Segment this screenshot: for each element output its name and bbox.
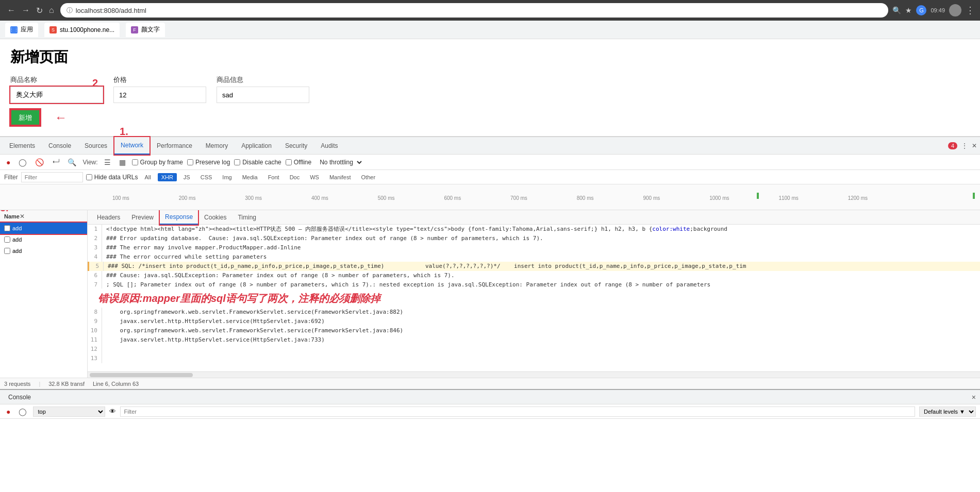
line-num-8: 8 [88, 308, 102, 317]
request-item-1[interactable]: add [0, 234, 87, 245]
tab-console[interactable]: Console [42, 137, 77, 155]
response-line-9: 9 javax.servlet.http.HttpServlet.service… [88, 317, 980, 326]
filter-img[interactable]: Img [219, 173, 235, 181]
reload-button[interactable]: ↻ [34, 4, 45, 18]
tab-apps[interactable]: ⋮⋮ 应用 [5, 23, 38, 37]
zoom-icon[interactable]: 🔍 [892, 6, 901, 14]
eye-icon[interactable]: 👁 [109, 408, 116, 415]
filter-ws[interactable]: WS [306, 173, 323, 181]
profile-icon[interactable] [949, 4, 961, 16]
filter-manifest[interactable]: Manifest [326, 173, 355, 181]
filter-input[interactable] [21, 172, 83, 182]
tab-stu[interactable]: S stu.1000phone.ne... [44, 23, 120, 37]
h-scrollbar-thumb[interactable] [90, 373, 193, 377]
filter-button[interactable]: ⮠ [50, 157, 61, 167]
response-line-10: 10 org.springframework.web.servlet.Frame… [88, 326, 980, 335]
hide-data-urls-label[interactable]: Hide data URLs [86, 174, 138, 181]
response-line-1: 1 <!doctype html><html lang="zh"><head><… [88, 225, 980, 234]
info-group: 商品信息 [217, 75, 309, 103]
tab-label-apps: 应用 [21, 25, 33, 34]
console-filter-input[interactable] [120, 406, 915, 417]
request-checkbox-1[interactable] [4, 236, 10, 243]
record-button[interactable]: ● [4, 157, 12, 167]
request-item-0[interactable]: add [0, 223, 87, 234]
close-request-pane[interactable]: ✕ [20, 213, 25, 220]
back-button[interactable]: ← [5, 4, 18, 17]
filter-all[interactable]: All [141, 173, 154, 181]
stop-button[interactable]: ◯ [16, 157, 29, 167]
response-tab-headers[interactable]: Headers [92, 210, 125, 225]
response-tab-timing[interactable]: Timing [232, 210, 261, 225]
console-record-btn[interactable]: ● [4, 406, 12, 417]
marker-100: 100 ms [112, 195, 129, 201]
filter-doc[interactable]: Doc [286, 173, 304, 181]
list-view-btn[interactable]: ☰ [102, 157, 113, 167]
line-num-12: 12 [88, 345, 102, 354]
console-stop-btn[interactable]: ◯ [16, 406, 29, 417]
clear-button[interactable]: 🚫 [33, 157, 46, 167]
response-tab-preview[interactable]: Preview [126, 210, 159, 225]
home-button[interactable]: ⌂ [47, 4, 56, 17]
line-num-1: 1 [88, 225, 102, 234]
more-options-icon[interactable]: ⋮ [961, 142, 968, 149]
tab-favicon-apps: ⋮⋮ [10, 26, 18, 33]
preserve-log-checkbox[interactable] [187, 159, 193, 165]
level-select[interactable]: Default levels ▼ [919, 406, 976, 417]
tab-memory[interactable]: Memory [200, 137, 234, 155]
line-content-3: ### The error may involve mapper.Product… [106, 243, 980, 252]
product-name-input[interactable] [10, 87, 103, 103]
info-label: 商品信息 [217, 75, 309, 84]
devtools-tabbar: Elements Console Sources 1. Network Perf… [0, 137, 980, 155]
tab-performance[interactable]: Performance [151, 137, 198, 155]
line-content-8: org.springframework.web.servlet.Framewor… [106, 308, 980, 317]
info-input[interactable] [217, 87, 309, 103]
hide-data-urls-checkbox[interactable] [86, 174, 92, 180]
tab-sources[interactable]: Sources [78, 137, 113, 155]
tab-security[interactable]: Security [279, 137, 313, 155]
tab-favicon-stu: S [49, 26, 57, 33]
close-devtools-icon[interactable]: ✕ [972, 142, 977, 149]
request-checkbox-0[interactable] [4, 225, 10, 231]
tab-elements[interactable]: Elements [3, 137, 41, 155]
menu-icon[interactable]: ⋮ [966, 5, 975, 16]
bookmark-icon[interactable]: ★ [905, 6, 912, 14]
tab-application[interactable]: Application [235, 137, 278, 155]
filter-js[interactable]: JS [180, 173, 194, 181]
disable-cache-label[interactable]: Disable cache [234, 159, 281, 166]
disable-cache-checkbox[interactable] [234, 159, 240, 165]
console-tab-label[interactable]: Console [4, 392, 35, 403]
preserve-log-label[interactable]: Preserve log [187, 159, 230, 166]
group-by-frame-label[interactable]: Group by frame [132, 159, 183, 166]
filter-css[interactable]: CSS [197, 173, 216, 181]
tab-face[interactable]: F 颜文字 [126, 23, 165, 37]
context-select[interactable]: top [33, 406, 105, 417]
response-tab-response[interactable]: 4. Response [160, 210, 198, 225]
search-button[interactable]: 🔍 [65, 157, 78, 167]
tab-network[interactable]: 1. Network [114, 137, 150, 155]
throttle-select[interactable]: No throttling [315, 157, 363, 167]
devtools: Elements Console Sources 1. Network Perf… [0, 137, 980, 389]
add-button[interactable]: 新增 [10, 109, 40, 126]
tab-audits[interactable]: Audits [314, 137, 344, 155]
offline-checkbox[interactable] [286, 159, 292, 165]
request-checkbox-2[interactable] [4, 248, 10, 254]
h-scrollbar[interactable] [88, 371, 980, 378]
name-header: 3. Name [4, 213, 20, 219]
response-tab-cookies[interactable]: Cookies [199, 210, 231, 225]
audits-tab-label: Audits [321, 142, 338, 149]
filter-other[interactable]: Other [358, 173, 379, 181]
filter-xhr[interactable]: XHR [158, 173, 177, 181]
console-close-btn[interactable]: × [972, 393, 976, 401]
page-content: 新增页面 商品名称 2 价格 商品信息 新增 ← [0, 39, 980, 137]
marker-800: 800 ms [577, 195, 594, 201]
forward-button[interactable]: → [20, 4, 32, 17]
address-bar[interactable]: ⓘ localhost:8080/add.html [60, 3, 889, 18]
group-by-frame-checkbox[interactable] [132, 159, 138, 165]
price-input[interactable] [113, 87, 206, 103]
waterfall-view-btn[interactable]: ▦ [117, 157, 128, 167]
offline-label[interactable]: Offline [286, 159, 311, 166]
filter-media[interactable]: Media [239, 173, 261, 181]
timeline-markers: 100 ms 200 ms 300 ms 400 ms 500 ms 600 m… [88, 193, 980, 201]
filter-font[interactable]: Font [264, 173, 283, 181]
request-item-2[interactable]: add [0, 245, 87, 257]
